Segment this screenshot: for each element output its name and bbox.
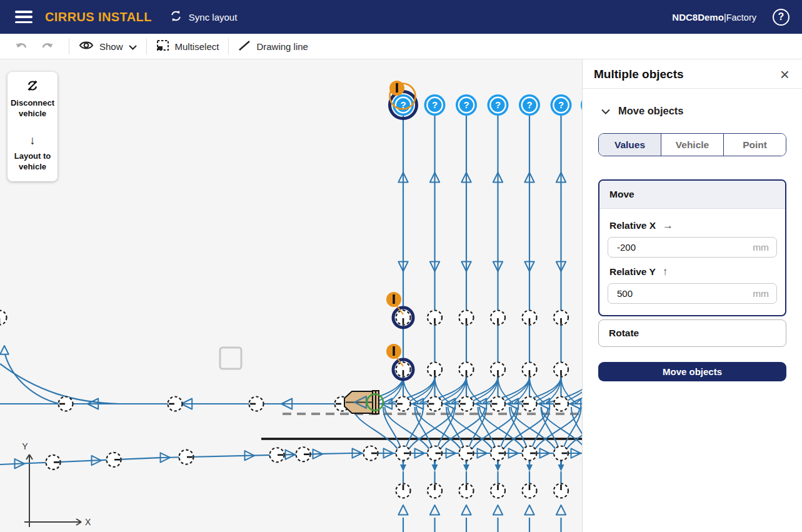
relative-y-field-wrap: mm xyxy=(608,283,777,304)
path-node[interactable] xyxy=(168,397,183,411)
axis-y-label: Y xyxy=(22,441,28,451)
path-node[interactable] xyxy=(59,397,73,411)
move-group: Move Relative X → mm Relative Y ↑ mm xyxy=(598,179,786,316)
svg-text:?: ? xyxy=(463,99,469,110)
question-node[interactable]: ? xyxy=(456,94,477,116)
path-node[interactable] xyxy=(491,484,505,498)
help-icon[interactable]: ? xyxy=(773,9,789,26)
path-node[interactable] xyxy=(428,446,442,461)
redo-icon[interactable] xyxy=(40,40,54,53)
path-node[interactable] xyxy=(523,363,537,377)
drawing-line-button[interactable]: Drawing line xyxy=(229,34,318,59)
path-node[interactable] xyxy=(428,484,442,498)
tab-values[interactable]: Values xyxy=(599,134,661,156)
path-node[interactable] xyxy=(491,446,505,461)
path-node[interactable] xyxy=(523,446,537,461)
layout-canvas[interactable]: YX??????? xyxy=(0,59,582,532)
question-node[interactable]: ? xyxy=(581,94,582,116)
path-node[interactable] xyxy=(459,311,474,325)
svg-text:?: ? xyxy=(526,99,532,110)
path-node[interactable] xyxy=(491,311,505,325)
path-node[interactable] xyxy=(107,453,121,467)
workspace-indicator: NDC8Demo|Factory xyxy=(672,12,756,23)
path-node[interactable] xyxy=(296,447,311,461)
question-node[interactable]: ? xyxy=(424,94,446,116)
path-node[interactable] xyxy=(459,397,474,411)
app-title: CIRRUS INSTALL xyxy=(45,10,152,24)
question-node[interactable]: ? xyxy=(519,94,540,116)
path-node[interactable] xyxy=(396,311,411,325)
multiple-objects-panel: Multiple objects × Move objects Values V… xyxy=(582,59,802,532)
relative-x-input[interactable] xyxy=(616,241,753,253)
question-node[interactable]: ? xyxy=(393,94,414,116)
show-label: Show xyxy=(99,41,123,52)
move-mode-tabs: Values Vehicle Point xyxy=(598,133,786,156)
path-node[interactable] xyxy=(428,363,442,377)
path-node[interactable] xyxy=(428,311,442,325)
show-menu-button[interactable]: Show xyxy=(69,34,146,59)
svg-text:?: ? xyxy=(558,99,564,110)
drawing-line-label: Drawing line xyxy=(256,41,308,52)
path-node[interactable] xyxy=(554,484,568,498)
path-node[interactable] xyxy=(0,311,7,325)
path-node[interactable] xyxy=(459,484,474,498)
layout-editor-canvas[interactable]: YX??????? Disconnect vehicle ↓ Layout to… xyxy=(0,59,582,532)
path-node[interactable] xyxy=(179,450,194,464)
multiselect-icon xyxy=(156,39,169,53)
move-objects-section-toggle[interactable]: Move objects xyxy=(583,89,802,117)
tab-vehicle[interactable]: Vehicle xyxy=(661,134,723,156)
top-app-bar: CIRRUS INSTALL Sync layout NDC8Demo|Fact… xyxy=(0,0,802,34)
path-node[interactable] xyxy=(459,363,474,377)
relative-y-unit: mm xyxy=(753,288,769,299)
vehicle-icon[interactable] xyxy=(344,391,383,414)
path-node[interactable] xyxy=(491,397,505,411)
path-node[interactable] xyxy=(396,484,411,498)
svg-text:?: ? xyxy=(432,99,438,110)
orange-pin-marker xyxy=(389,81,404,96)
path-node[interactable] xyxy=(396,363,411,377)
disconnect-vehicle-icon xyxy=(26,79,39,95)
arrow-up-icon: ↑ xyxy=(663,266,668,278)
path-node[interactable] xyxy=(491,363,505,377)
question-node[interactable]: ? xyxy=(551,94,572,116)
path-node[interactable] xyxy=(554,311,568,325)
path-node[interactable] xyxy=(396,397,411,411)
multiselect-button[interactable]: Multiselect xyxy=(147,34,229,59)
path-node[interactable] xyxy=(249,397,264,411)
path-node[interactable] xyxy=(428,397,442,411)
path-node[interactable] xyxy=(459,446,474,461)
arrow-down-icon: ↓ xyxy=(29,133,36,149)
path-node[interactable] xyxy=(523,484,537,498)
move-group-title: Move xyxy=(599,181,785,209)
move-objects-button[interactable]: Move objects xyxy=(598,362,786,381)
layout-to-vehicle-button[interactable]: ↓ Layout to vehicle xyxy=(10,133,55,173)
tab-point[interactable]: Point xyxy=(723,134,786,156)
multiselect-label: Multiselect xyxy=(175,41,219,52)
chevron-down-icon xyxy=(129,41,137,52)
coordinate-axes: YX xyxy=(22,441,91,527)
svg-text:?: ? xyxy=(495,99,501,110)
rotate-group-toggle[interactable]: Rotate xyxy=(598,319,786,347)
path-node[interactable] xyxy=(554,397,568,411)
path-node[interactable] xyxy=(523,397,537,411)
path-node[interactable] xyxy=(523,311,537,325)
disconnect-vehicle-button[interactable]: Disconnect vehicle xyxy=(10,79,55,119)
sync-layout-label: Sync layout xyxy=(189,12,238,23)
path-node[interactable] xyxy=(270,448,284,462)
selection-box xyxy=(220,348,241,369)
undo-icon[interactable] xyxy=(15,40,29,53)
path-node[interactable] xyxy=(554,446,568,461)
chevron-down-icon xyxy=(601,105,610,117)
edit-toolbar: Show Multiselect Drawing line xyxy=(0,34,802,59)
path-node[interactable] xyxy=(554,363,568,377)
close-icon[interactable]: × xyxy=(780,68,789,81)
question-node[interactable]: ? xyxy=(488,94,509,116)
path-node[interactable] xyxy=(396,446,411,461)
path-node[interactable] xyxy=(46,455,61,469)
sync-layout-button[interactable]: Sync layout xyxy=(169,9,238,24)
path-node[interactable] xyxy=(364,446,378,461)
hamburger-menu-icon[interactable] xyxy=(15,11,33,23)
relative-y-input[interactable] xyxy=(616,288,753,299)
relative-x-label: Relative X xyxy=(609,220,656,231)
relative-x-unit: mm xyxy=(753,242,769,253)
